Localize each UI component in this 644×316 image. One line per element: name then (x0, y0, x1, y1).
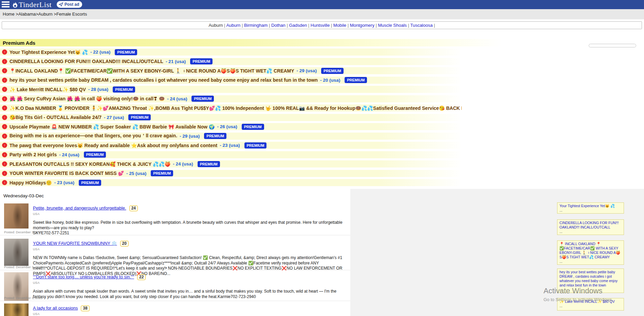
premium-badge[interactable]: PREMIUM (113, 86, 135, 93)
premium-ad-age[interactable]: - 24 (usa) (167, 96, 187, 101)
bump-up-icon[interactable] (2, 68, 7, 73)
premium-ad-age[interactable]: - 29 (usa) (297, 68, 317, 73)
bump-up-icon[interactable] (2, 171, 7, 176)
bump-up-icon[interactable] (2, 50, 7, 55)
listing-location: USA (33, 212, 344, 216)
premium-badge[interactable]: PREMIUM (190, 58, 213, 64)
bump-up-icon[interactable] (2, 143, 7, 148)
premium-badge[interactable]: PREMIUM (84, 152, 106, 158)
city-link-muscle-shoals[interactable]: Muscle Shoals (378, 23, 407, 28)
premium-ad-row: The pawg that everyone loves😺 Ready and … (0, 142, 462, 149)
premium-ad-age[interactable]: - 29 (usa) (180, 134, 200, 139)
premium-ad-age[interactable]: - 23 (usa) (220, 143, 240, 148)
city-link-tuscaloosa[interactable]: Tuscaloosa (410, 23, 433, 28)
premium-badge[interactable]: PREMIUM (204, 133, 226, 139)
premium-ad-title[interactable]: Being with me is an experience—one that … (10, 133, 177, 139)
activate-windows-watermark-sub: Go to Settings to activate Windows. (544, 297, 613, 302)
sidebar-ad-card[interactable]: Your Tightest Experience Yet😺 💦... (557, 202, 624, 214)
premium-badge[interactable]: PREMIUM (191, 96, 214, 102)
breadcrumb-bar: Home >Alabama>Auburn >Female Escorts (0, 9, 644, 19)
listing-row: A lady for all occasions38USA (0, 302, 350, 316)
premium-ad-age[interactable]: - 22 (usa) (90, 50, 110, 55)
premium-badge[interactable]: PREMIUM (321, 68, 344, 74)
bump-up-icon[interactable] (2, 134, 7, 139)
city-separator: | (286, 23, 289, 28)
premium-badge[interactable]: PREMIUM (151, 170, 173, 176)
premium-ad-title[interactable]: Happy HOlidays🙂 (10, 180, 52, 185)
bump-up-icon[interactable] (2, 96, 7, 101)
premium-ad-row: YOUR WINTER FAVORITE IS BACK DONT MISS 💕… (0, 170, 462, 177)
premium-ad-title[interactable]: ✨ Lake Merritt INCALL✨ $80 QV (10, 87, 86, 92)
premium-ad-title[interactable]: 🌺 🌺 Sexy CuRvy Asian 🌺 🌺 in call 🍑 visit… (10, 96, 165, 101)
premium-ad-title[interactable]: ✨K.O Daa NUMBER 🥇 PROVIDER 🧍✨💕AMAZING Th… (10, 105, 462, 111)
post-ad-button[interactable]: Post ad (57, 1, 82, 8)
bump-up-icon[interactable] (2, 124, 7, 129)
sidebar-ad-more: ... (559, 230, 622, 234)
premium-badge[interactable]: PREMIUM (244, 142, 267, 149)
premium-ad-title[interactable]: hey its your best wettes petite baby DRE… (10, 77, 318, 83)
listing-photo[interactable] (4, 239, 29, 266)
sidebar-ad-title: Your Tightest Experience Yet😺 💦 (559, 204, 622, 208)
premium-ad-title[interactable]: Upscale Playmate 🚨 NEW NUMBER 💦 Super So… (10, 124, 215, 130)
city-link-birmingham[interactable]: Birmingham (244, 23, 268, 28)
listing-photo[interactable] (4, 303, 29, 316)
premium-badge[interactable]: PREMIUM (198, 161, 220, 167)
site-logo[interactable]: TinderList (12, 0, 52, 9)
city-link-huntsville[interactable]: Huntsville (311, 23, 330, 28)
menu-icon[interactable] (2, 1, 10, 8)
listing-title-row: YOUR NEW FAVORITE SNOWBUNNY ❄️20 (33, 240, 344, 246)
floating-scrollbar[interactable] (589, 44, 636, 47)
premium-badge[interactable]: PREMIUM (79, 180, 101, 186)
listing-title-row: Petite, brunette, and dangerously unforg… (33, 205, 344, 211)
bump-up-icon[interactable] (2, 152, 7, 157)
city-separator: | (407, 23, 410, 28)
premium-ad-title[interactable]: The pawg that everyone loves😺 Ready and … (10, 143, 217, 148)
city-link-dothan[interactable]: Dothan (271, 23, 286, 28)
bump-up-icon[interactable] (2, 105, 7, 111)
sidebar-ad-card[interactable]: CINDERELLA LOOKING FOR FUN!!! OAKLAND!!!… (557, 219, 624, 235)
breadcrumb[interactable]: Home >Alabama>Auburn >Female Escorts (3, 12, 87, 17)
sidebar-ad-card[interactable]: 📍 INCALL OAKLAND 📍 ✅FACETIME/CAR✅ WITH A… (557, 240, 624, 265)
bump-up-icon[interactable] (2, 115, 7, 120)
city-link-auburn[interactable]: Auburn (226, 23, 240, 28)
premium-ads-header: Premium Ads (0, 39, 644, 46)
premium-ads-heading: Premium Ads (3, 40, 35, 46)
sidebar-ad-more: ... (559, 304, 622, 308)
premium-ad-age[interactable]: - 23 (usa) (54, 180, 74, 185)
bump-up-icon[interactable] (2, 59, 7, 64)
premium-badge[interactable]: PREMIUM (242, 124, 264, 130)
listing-title[interactable]: YOUR NEW FAVORITE SNOWBUNNY ❄️ (33, 241, 117, 246)
listing-title[interactable]: ""Don't stare too long… unless you're re… (33, 274, 134, 279)
city-link-montgomery[interactable]: Montgomery (350, 23, 374, 28)
bump-up-icon[interactable] (2, 87, 7, 92)
premium-ad-age[interactable]: - 26 (usa) (217, 124, 237, 129)
premium-ad-age[interactable]: - 24 (usa) (173, 161, 193, 166)
premium-ad-age[interactable]: - 27 (usa) (104, 115, 124, 120)
listing-posted-date: Posted: December 3, 2025 (4, 265, 42, 269)
premium-ad-title[interactable]: YOUR WINTER FAVORITE IS BACK DONT MISS 💕 (10, 171, 124, 176)
premium-badge[interactable]: PREMIUM (128, 114, 151, 120)
bump-up-icon[interactable] (2, 180, 7, 185)
premium-ad-age[interactable]: - 24 (usa) (59, 152, 79, 157)
city-link-gadsden[interactable]: Gadsden (289, 23, 307, 28)
premium-ad-title[interactable]: Your Tightest Experience Yet😺 💦 (10, 50, 88, 55)
premium-badge[interactable]: PREMIUM (115, 49, 137, 55)
bump-up-icon[interactable] (2, 161, 7, 166)
premium-ad-age[interactable]: - 21 (usa) (166, 59, 186, 64)
premium-ad-title[interactable]: Party with 2 Hot girls (10, 152, 57, 157)
premium-ad-title[interactable]: 😘Big Tits Girl - OUTCALL Available 24/7 (10, 115, 102, 120)
premium-ad-age[interactable]: - 28 (usa) (88, 87, 108, 92)
premium-ad-title[interactable]: PLEASANTON OUTCALLS !! SEXY KOREAN🥰 THIC… (10, 161, 170, 167)
listing-title[interactable]: A lady for all occasions (33, 305, 78, 311)
premium-ad-title[interactable]: CINDERELLA LOOKING FOR FUN!!! OAKLAND!!!… (10, 59, 163, 64)
bump-up-icon[interactable] (2, 78, 7, 83)
listing-photo[interactable] (4, 203, 29, 229)
premium-ad-age[interactable]: - 25 (usa) (126, 171, 146, 176)
city-link-mobile[interactable]: Mobile (333, 23, 346, 28)
premium-ad-age[interactable]: - 20 (usa) (320, 78, 340, 83)
premium-ad-title[interactable]: 📍INCALL OAKLAND📍 ✅FACETIME/CAR✅WITH A SE… (10, 68, 294, 74)
city-nav: Auburn | Auburn | Birmingham | Dothan | … (2, 21, 642, 29)
premium-ad-row: hey its your best wettes petite baby DRE… (0, 77, 462, 84)
premium-badge[interactable]: PREMIUM (345, 77, 367, 83)
listing-title[interactable]: Petite, brunette, and dangerously unforg… (33, 205, 126, 211)
